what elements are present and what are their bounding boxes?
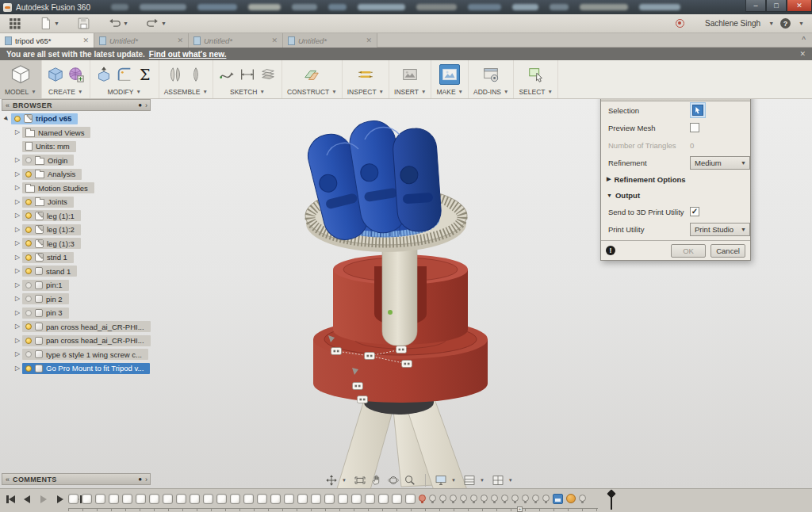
toolbar-dropdown-model[interactable]: MODEL▼ [5,86,36,97]
timeline-group-marker[interactable]: + [517,506,523,512]
info-icon[interactable]: ! [606,246,615,255]
timeline-feature-sketch[interactable] [68,494,79,504]
timeline-feature-sketch[interactable] [351,494,362,504]
toolbar-dropdown-make[interactable]: MAKE▼ [436,86,463,97]
tree-collapsed-icon[interactable]: ▷ [13,309,22,317]
fillet-icon[interactable] [116,66,133,83]
select-icon[interactable] [527,66,545,83]
tree-item-type-6-style-1-wing-screw-c[interactable]: type 6 style 1 wing screw c... [22,349,148,360]
tree-item-pan-cross-head-ai-cr-phi[interactable]: pan cross head_ai_CR-PHI... [22,335,151,346]
close-button[interactable]: ✕ [787,0,812,12]
timeline-feature-sketch[interactable] [284,494,294,504]
timeline-playhead[interactable] [607,491,615,510]
timeline-feature-joint[interactable] [470,495,477,503]
planes-icon[interactable] [303,66,320,83]
timeline-feature-sketch[interactable] [311,494,321,504]
collapse-panel-icon[interactable]: « [6,101,10,109]
sigma-icon[interactable]: Σ [136,66,154,83]
visibility-bulb-icon[interactable] [25,157,32,163]
dimension-icon[interactable] [239,66,256,83]
document-tab-untitled[interactable]: Untitled*✕ [283,33,377,48]
visibility-bulb-icon[interactable] [25,338,32,344]
jointB-icon[interactable] [187,66,205,83]
chevron-right-icon[interactable]: › [145,476,147,483]
undo-icon[interactable] [108,17,121,30]
tree-collapsed-icon[interactable]: ▷ [13,350,22,358]
viewports-icon[interactable] [492,474,504,487]
document-tab-untitled[interactable]: Untitled*✕ [189,33,283,48]
toolbar-dropdown-add-ins[interactable]: ADD-INS▼ [473,86,508,97]
timeline-feature-joint[interactable] [460,495,467,503]
tree-expanded-icon[interactable]: ▶ [2,113,11,123]
timeline-feature-sketch[interactable] [176,494,186,504]
redo-icon[interactable] [146,17,159,30]
toolbar-dropdown-assemble[interactable]: ASSEMBLE▼ [164,86,208,97]
timeline-feature-sketch[interactable] [190,494,200,504]
timeline-feature-sketch[interactable] [149,494,159,504]
toolbar-dropdown-inspect[interactable]: INSPECT▼ [347,86,384,97]
timeline-feature-joint[interactable] [429,495,436,503]
user-name[interactable]: Sachlene Singh [705,19,760,28]
toolbar-dropdown-modify[interactable]: MODIFY▼ [107,86,141,97]
visibility-bulb-icon[interactable] [25,296,32,302]
timeline-feature-joint[interactable] [532,495,539,503]
tree-item-pin-1[interactable]: pin:1 [22,280,69,291]
timeline-feature-sketch[interactable] [338,494,348,504]
tab-close-icon[interactable]: ✕ [175,36,185,44]
cancel-button[interactable]: Cancel [710,244,745,258]
tree-item-joints[interactable]: Joints [22,197,74,208]
collapse-panel-icon[interactable]: « [6,476,10,483]
ok-button[interactable]: OK [671,244,706,258]
timeline-feature-sketch[interactable] [257,494,267,504]
make-icon[interactable] [439,64,460,85]
timeline-feature-joint[interactable] [511,495,519,503]
chevron-down-icon[interactable]: ▼ [480,478,485,483]
image-icon[interactable] [401,66,419,83]
tab-close-icon[interactable]: ✕ [270,36,279,44]
visibility-bulb-icon[interactable] [25,199,32,205]
visibility-bulb-icon[interactable] [25,323,32,330]
timeline-feature-sketch[interactable] [405,494,416,504]
pan-icon[interactable] [325,474,338,487]
visibility-bulb-icon[interactable] [25,365,32,372]
display-icon[interactable] [435,474,447,487]
bluebox-icon[interactable] [47,66,64,83]
tree-item-analysis[interactable]: Analysis [22,169,82,180]
timeline-feature-joint[interactable] [501,495,508,503]
refinement-dropdown[interactable]: Medium ▼ [690,156,750,170]
zoom-icon[interactable] [404,474,416,487]
step-forward-button[interactable] [39,494,49,504]
timeline-feature-sketch[interactable] [216,494,227,504]
meshsphere-icon[interactable] [67,66,85,83]
timeline-feature-sketch[interactable] [230,494,240,504]
document-tab-tripod-v65[interactable]: tripod v65*✕ [0,33,94,48]
maximize-button[interactable]: □ [766,0,787,12]
visibility-bulb-icon[interactable] [25,240,32,246]
skip-to-start-button[interactable] [6,494,16,504]
addins-icon[interactable] [482,66,500,83]
tree-collapsed-icon[interactable]: ▷ [13,281,22,289]
timeline-feature-joint-red[interactable] [419,495,426,503]
tree-item-leg-1-2[interactable]: leg (1):2 [22,224,81,235]
tree-collapsed-icon[interactable]: ▷ [13,128,22,136]
step-back-button[interactable] [22,494,33,504]
document-tab-untitled[interactable]: Untitled*✕ [94,33,189,48]
cube3d-icon[interactable] [9,63,33,86]
tree-item-named-views[interactable]: Named Views [22,127,90,138]
play-button[interactable] [56,494,66,504]
visibility-bulb-icon[interactable] [25,227,32,233]
fit-icon[interactable] [354,474,366,487]
toolbar-dropdown-construct[interactable]: CONSTRUCT▼ [287,86,337,97]
visibility-bulb-icon[interactable] [25,254,32,261]
print-utility-dropdown[interactable]: Print Studio ▼ [690,223,750,236]
sheet-icon[interactable] [259,66,277,83]
chevron-down-icon[interactable]: ▼ [342,478,347,483]
tree-collapsed-icon[interactable]: ▷ [13,254,22,262]
file-menu-icon[interactable] [39,17,52,30]
tree-item-origin[interactable]: Origin [22,155,74,166]
jointA-icon[interactable] [167,66,184,83]
tree-collapsed-icon[interactable]: ▷ [13,226,22,234]
timeline-feature-joint[interactable] [439,495,446,503]
timeline-feature-sketch[interactable] [243,494,254,504]
timeline-feature-sketch[interactable] [136,494,146,504]
